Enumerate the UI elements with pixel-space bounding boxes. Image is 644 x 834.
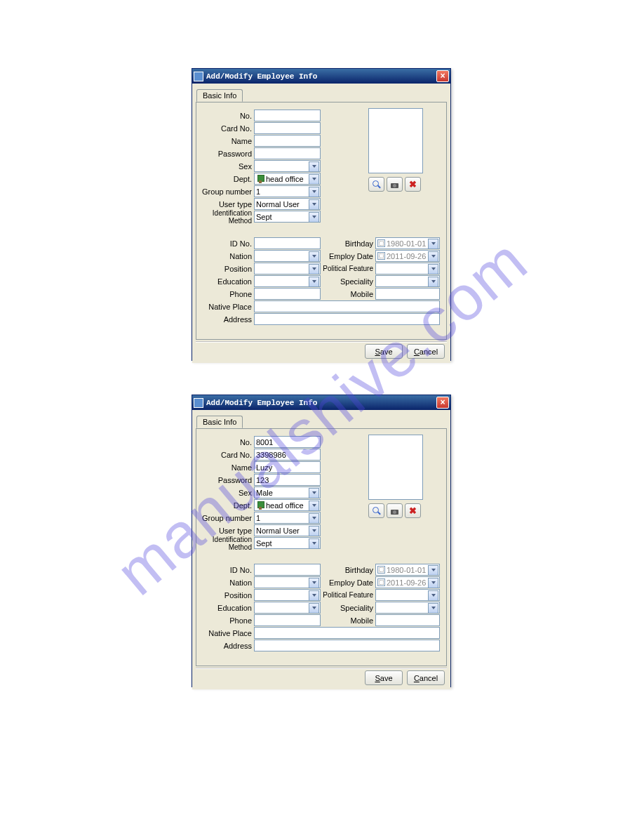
input-mobile[interactable] — [375, 288, 440, 300]
tab-basic-info[interactable]: Basic Info — [196, 416, 243, 428]
cancel-button[interactable]: Cancel — [407, 344, 445, 359]
label-dept: Dept. — [196, 501, 254, 510]
label-position: Position — [196, 265, 254, 273]
label-nation: Nation — [196, 252, 254, 260]
titlebar[interactable]: Add/Modify Employee Info × — [192, 69, 450, 84]
input-native-place[interactable] — [254, 627, 440, 639]
photo-delete-button[interactable]: ✖ — [405, 177, 421, 192]
input-address[interactable] — [254, 313, 440, 325]
select-education[interactable] — [254, 275, 321, 287]
label-sex: Sex — [196, 489, 254, 497]
input-native-place[interactable] — [254, 300, 440, 312]
select-education[interactable] — [254, 602, 321, 614]
select-position[interactable] — [254, 263, 321, 274]
label-identification-method: Identification Method — [196, 209, 254, 225]
label-phone: Phone — [196, 616, 254, 625]
close-icon: × — [440, 72, 445, 81]
close-button[interactable]: × — [436, 397, 449, 409]
select-speciality[interactable] — [375, 602, 440, 614]
label-address: Address — [196, 315, 254, 324]
select-nation[interactable] — [254, 576, 321, 588]
titlebar[interactable]: Add/Modify Employee Info × — [192, 395, 450, 410]
checkbox-employ-date[interactable] — [377, 578, 385, 586]
date-birthday[interactable]: 1980-01-01 — [375, 564, 440, 576]
date-birthday[interactable]: 1980-01-01 — [375, 237, 440, 249]
select-sex[interactable] — [254, 160, 321, 172]
label-mobile: Mobile — [323, 616, 375, 625]
label-employ-date: Employ Date — [323, 578, 375, 587]
input-no[interactable] — [254, 110, 321, 121]
label-password: Password — [196, 150, 254, 158]
input-password[interactable] — [254, 147, 321, 159]
select-position[interactable] — [254, 589, 321, 601]
camera-icon — [390, 181, 399, 188]
input-mobile[interactable] — [375, 614, 440, 626]
date-employ-date[interactable]: 2011-09-26 — [375, 576, 440, 588]
label-group-number: Group number — [196, 187, 254, 196]
select-dept[interactable]: head office — [254, 173, 321, 185]
label-political-feature: Political Feature — [323, 591, 375, 599]
label-identification-method: Identification Method — [196, 536, 254, 551]
photo-delete-button[interactable]: ✖ — [405, 503, 421, 518]
select-user-type[interactable]: Normal User — [254, 524, 321, 536]
input-name[interactable]: Luzy — [254, 461, 321, 473]
save-button[interactable]: Save — [365, 344, 403, 359]
label-native-place: Native Place — [196, 629, 254, 637]
input-card-no[interactable] — [254, 122, 321, 134]
input-id-no[interactable] — [254, 564, 321, 576]
select-speciality[interactable] — [375, 275, 440, 287]
label-id-no: ID No. — [196, 239, 254, 248]
select-nation[interactable] — [254, 250, 321, 262]
photo-capture-button[interactable] — [387, 503, 403, 518]
search-icon — [373, 507, 381, 515]
select-user-type[interactable]: Normal User — [254, 198, 321, 210]
select-sex[interactable]: Male — [254, 486, 321, 498]
select-group-number[interactable]: 1 — [254, 185, 321, 197]
input-phone[interactable] — [254, 614, 321, 626]
tab-panel-basic: No. Card No. Name Password Sex Dept.head… — [196, 102, 447, 340]
checkbox-birthday[interactable] — [377, 239, 385, 247]
select-identification-method[interactable]: Sept — [254, 537, 321, 549]
tab-basic-info[interactable]: Basic Info — [196, 89, 243, 102]
dept-tree-icon — [256, 501, 264, 510]
save-button[interactable]: Save — [365, 670, 403, 685]
photo-preview — [368, 108, 423, 173]
photo-capture-button[interactable] — [387, 177, 403, 192]
close-button[interactable]: × — [436, 70, 449, 82]
label-nation: Nation — [196, 578, 254, 587]
employee-dialog-2: Add/Modify Employee Info × Basic Info No… — [192, 395, 451, 687]
input-card-no[interactable]: 3398986 — [254, 449, 321, 461]
label-employ-date: Employ Date — [323, 252, 375, 260]
select-political-feature[interactable] — [375, 589, 440, 601]
camera-icon — [390, 508, 399, 515]
app-icon — [194, 72, 203, 81]
photo-browse-button[interactable] — [368, 177, 384, 192]
separator — [196, 341, 447, 342]
checkbox-birthday[interactable] — [377, 566, 385, 574]
input-no[interactable]: 8001 — [254, 436, 321, 448]
date-employ-date[interactable]: 2011-09-26 — [375, 250, 440, 262]
input-password[interactable]: 123 — [254, 474, 321, 486]
input-id-no[interactable] — [254, 237, 321, 249]
label-position: Position — [196, 591, 254, 600]
select-dept[interactable]: head office — [254, 499, 321, 511]
select-political-feature[interactable] — [375, 263, 440, 274]
label-phone: Phone — [196, 290, 254, 298]
search-icon — [373, 180, 381, 189]
select-group-number[interactable]: 1 — [254, 512, 321, 524]
select-identification-method[interactable]: Sept — [254, 211, 321, 223]
input-phone[interactable] — [254, 288, 321, 300]
label-speciality: Speciality — [323, 277, 375, 286]
input-name[interactable] — [254, 135, 321, 147]
label-education: Education — [196, 604, 254, 612]
cancel-button[interactable]: Cancel — [407, 670, 445, 685]
checkbox-employ-date[interactable] — [377, 252, 385, 260]
input-address[interactable] — [254, 640, 440, 651]
label-card-no: Card No. — [196, 451, 254, 459]
photo-browse-button[interactable] — [368, 503, 384, 518]
delete-icon: ✖ — [409, 180, 417, 189]
separator — [196, 668, 447, 668]
label-dept: Dept. — [196, 175, 254, 183]
delete-icon: ✖ — [409, 506, 417, 515]
label-card-no: Card No. — [196, 124, 254, 133]
